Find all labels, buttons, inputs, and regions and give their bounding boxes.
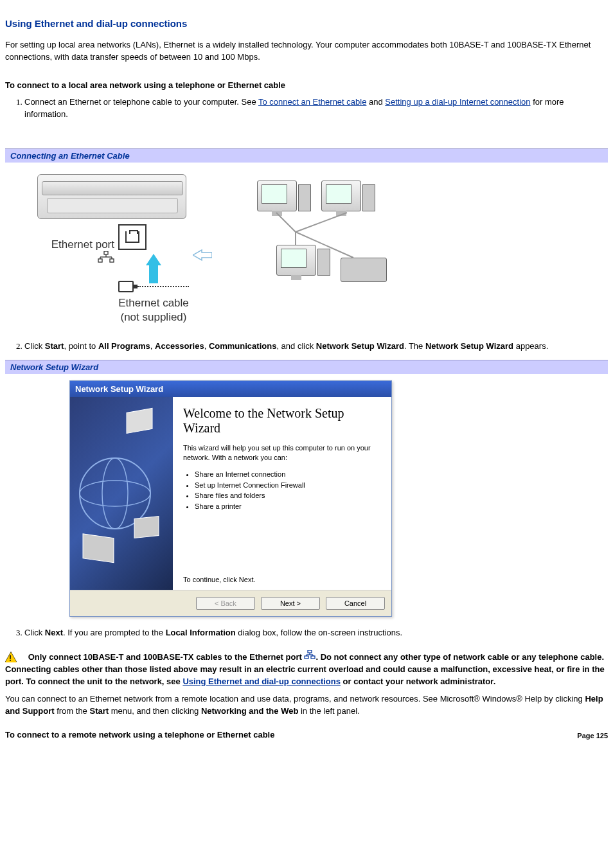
step1-text-pre: Connect an Ethernet or telephone cable t…	[24, 97, 258, 107]
page-number: Page 125	[577, 732, 608, 740]
remote-paragraph: You can connect to an Ethernet network f…	[5, 693, 608, 718]
svg-rect-12	[83, 534, 114, 563]
arrow-left-icon	[193, 249, 212, 261]
svg-rect-16	[311, 656, 315, 659]
svg-point-10	[102, 458, 128, 529]
svg-marker-7	[193, 250, 212, 260]
wizard-continue-text: To continue, click Next.	[183, 550, 381, 583]
wizard-sidebar-image	[70, 397, 173, 590]
next-button[interactable]: Next >	[261, 597, 320, 610]
section-bar-wizard: Network Setup Wizard	[5, 360, 608, 374]
wizard-titlebar: Network Setup Wizard	[70, 381, 391, 397]
step-1: Connect an Ethernet or telephone cable t…	[24, 96, 608, 121]
wizard-heading: Welcome to the Network Setup Wizard	[183, 406, 381, 436]
ethernet-port-icon	[118, 224, 147, 250]
network-illustration	[244, 181, 392, 290]
svg-rect-13	[134, 517, 159, 538]
step1-text-mid: and	[366, 97, 385, 107]
ethernet-port-label: Ethernet port	[37, 222, 114, 266]
wizard-button-bar: < Back Next > Cancel	[70, 590, 391, 616]
svg-rect-0	[104, 251, 108, 254]
link-dialup-setup[interactable]: Setting up a dial-up Internet connection	[385, 97, 530, 107]
link-connect-ethernet[interactable]: To connect an Ethernet cable	[258, 97, 366, 107]
cancel-button[interactable]: Cancel	[326, 597, 385, 610]
svg-point-9	[80, 481, 150, 506]
wizard-bullet-list: Share an Internet connection Set up Inte…	[187, 469, 381, 511]
laptop-illustration	[37, 174, 186, 219]
subhead-lan: To connect to a local area network using…	[5, 80, 608, 90]
page-title: Using Ethernet and dial-up connections	[5, 18, 608, 29]
arrow-up-icon	[146, 254, 161, 265]
link-ethernet-dialup[interactable]: Using Ethernet and dial-up connections	[182, 677, 341, 686]
warning-paragraph: ! Only connect 10BASE-T and 100BASE-TX c…	[5, 651, 608, 688]
subhead-remote: To connect to a remote network using a t…	[5, 730, 274, 740]
wizard-bullet: Share an Internet connection	[195, 469, 381, 480]
ethernet-port-glyph-icon	[304, 650, 315, 663]
wizard-bullet: Share files and folders	[195, 490, 381, 501]
step-3: Click Next. If you are prompted to the L…	[24, 627, 608, 639]
svg-rect-2	[110, 259, 114, 262]
wizard-dialog: Network Setup Wizard Welcome to the Netw…	[69, 380, 392, 617]
step-2: Click Start, point to All Programs, Acce…	[24, 341, 608, 353]
warning-icon: !	[5, 652, 17, 662]
ethernet-cable-caption: Ethernet cable (not supplied)	[118, 296, 189, 324]
wizard-bullet: Set up Internet Connection Firewall	[195, 480, 381, 491]
svg-rect-11	[127, 409, 152, 434]
plug-icon	[118, 281, 134, 292]
section-bar-ethernet: Connecting an Ethernet Cable	[5, 148, 608, 163]
wizard-bullet: Share a printer	[195, 501, 381, 512]
network-icon	[98, 251, 114, 265]
svg-rect-15	[305, 656, 308, 659]
svg-rect-14	[308, 650, 312, 653]
wizard-description: This wizard will help you set up this co…	[183, 443, 381, 463]
cable-dotted-line	[138, 286, 189, 287]
ethernet-diagram: Ethernet port	[5, 163, 608, 336]
intro-paragraph: For setting up local area networks (LANs…	[5, 39, 608, 64]
svg-rect-1	[98, 259, 102, 262]
back-button: < Back	[196, 597, 255, 610]
